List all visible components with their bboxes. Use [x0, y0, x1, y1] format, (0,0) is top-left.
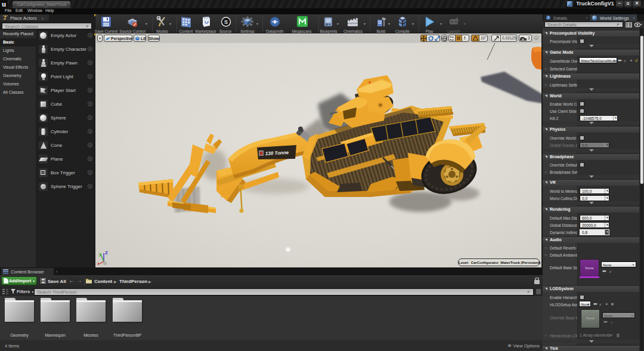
svg-text:S: S — [224, 19, 228, 25]
svg-text:y: y — [99, 252, 101, 257]
svg-text:Z: Z — [105, 250, 108, 255]
svg-text:x: x — [97, 261, 100, 265]
